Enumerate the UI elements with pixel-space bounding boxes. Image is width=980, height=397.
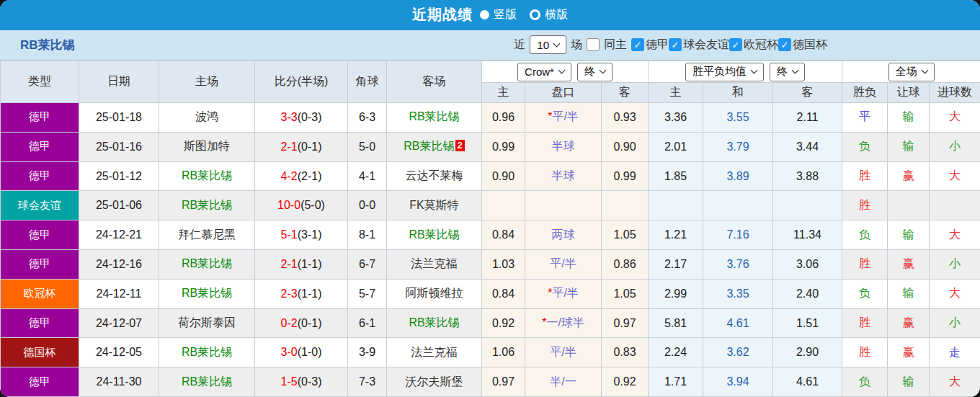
page-title: 近期战绩 (412, 5, 473, 24)
subcol-odds-home: 主 (649, 83, 703, 103)
odds-away-win (773, 191, 842, 220)
odds-away-win: 3.44 (773, 132, 842, 161)
away-team: 沃尔夫斯堡 (387, 367, 482, 397)
odds-home-value: 2.99 (664, 287, 687, 300)
half-time-score: (0-1) (298, 140, 322, 153)
odds-draw: 3.55 (703, 103, 773, 133)
odds-draw: 3.62 (703, 338, 773, 367)
match-date: 24-12-16 (79, 250, 159, 280)
corner-score: 0-0 (348, 191, 387, 220)
league-filters: ✓德甲✓球会友谊✓欧冠杯✓德国杯 (631, 37, 827, 53)
match-date: 24-12-11 (79, 279, 159, 308)
full-match-value: 全场 (896, 65, 917, 79)
competition-label: 德甲 (29, 316, 50, 329)
competition-label: 德甲 (29, 375, 50, 388)
odds-away-value: 2.40 (796, 287, 819, 300)
handicap-line: 半球 (525, 132, 602, 161)
league-checkbox[interactable]: ✓ (631, 38, 644, 51)
handicap-odds-away: 0.90 (602, 132, 649, 161)
radio-vertical-layout[interactable]: 竖版 (480, 7, 517, 22)
corner-score: 5-7 (348, 279, 387, 308)
goals-result-text: 小 (949, 140, 961, 152)
home-team: RB莱比锡 (159, 191, 255, 220)
league-checkbox[interactable]: ✓ (778, 38, 791, 51)
half-time-score: (2-1) (298, 170, 322, 182)
date-text: 24-12-16 (96, 258, 142, 270)
odds-away-win: 2.11 (773, 103, 842, 133)
ah-home-value: 0.84 (492, 287, 514, 300)
odds-away-value: 3.44 (796, 140, 819, 153)
away-team: 法兰克福 (387, 250, 482, 280)
handicap-odds-home: 0.97 (482, 367, 525, 397)
home-team-name: 波鸿 (195, 110, 218, 122)
odds-home-win: 3.36 (649, 103, 703, 133)
radio-vertical-label[interactable]: 竖版 (494, 7, 517, 22)
outcome-text: 胜 (859, 199, 870, 211)
handicap-result-text: 输 (903, 140, 914, 152)
radio-horizontal-label[interactable]: 横版 (545, 7, 568, 22)
odds-draw: 3.79 (703, 132, 773, 161)
same-home-checkbox[interactable] (587, 38, 600, 51)
subcol-odds-away: 客 (773, 83, 842, 103)
away-team-name: RB莱比锡 (404, 140, 454, 152)
result-outcome: 负 (842, 279, 888, 308)
odds-away-value: 2.11 (797, 111, 819, 123)
handicap-odds-away: 0.97 (602, 308, 649, 338)
odds-average-select[interactable]: 胜平负均值 (685, 63, 764, 81)
subcol-handicap-result: 让球 (888, 83, 930, 103)
ah-away-value: 0.90 (613, 140, 636, 153)
bookmaker-select[interactable]: Crow* (517, 63, 571, 81)
match-date: 25-01-16 (79, 132, 159, 161)
odds-draw (703, 191, 773, 220)
score-cell: 2-3(1-1) (255, 279, 348, 308)
ah-away-value: 0.99 (613, 170, 636, 182)
odds-home-value: 1.85 (664, 170, 687, 182)
handicap-text: 半球 (552, 169, 575, 182)
league-checkbox[interactable]: ✓ (669, 38, 682, 51)
match-date: 25-01-12 (79, 161, 159, 191)
odds-home-win: 1.85 (649, 161, 703, 191)
result-outcome: 胜 (842, 161, 888, 191)
chevron-down-icon (921, 67, 928, 74)
handicap-time-value: 终 (584, 65, 595, 79)
home-team-name: RB莱比锡 (182, 257, 232, 269)
full-match-select[interactable]: 全场 (888, 63, 935, 81)
match-count-select[interactable]: 10 (530, 35, 566, 54)
odds-away-value: 3.06 (796, 258, 819, 270)
full-time-score: 1-5 (281, 375, 298, 388)
layout-radio-group: 竖版 横版 (480, 7, 568, 22)
corner-score: 5-0 (348, 132, 387, 161)
match-row: 德甲24-11-30RB莱比锡1-5(0-3)7-3沃尔夫斯堡0.97半/一0.… (1, 367, 980, 397)
date-text: 24-12-07 (96, 317, 142, 329)
odds-time-select[interactable]: 终 (770, 63, 805, 81)
league-checkbox[interactable]: ✓ (729, 38, 742, 51)
handicap-line: *平/半 (525, 279, 602, 308)
away-team-name: FK莫斯特 (409, 199, 458, 211)
subcol-goals: 进球数 (930, 83, 980, 103)
home-team-name: 荷尔斯泰因 (178, 316, 236, 329)
odds-draw-value: 3.89 (726, 170, 749, 182)
ah-home-value: 0.92 (492, 317, 514, 329)
corner-score: 6-7 (348, 250, 387, 280)
handicap-group-header: Crow* 终 (482, 61, 649, 83)
match-date: 24-12-07 (79, 308, 159, 338)
radio-selected-icon[interactable] (480, 10, 489, 19)
odds-home-win: 1.21 (649, 220, 703, 250)
radio-unselected-icon[interactable] (530, 9, 540, 20)
away-team: RB莱比锡2 (387, 132, 482, 161)
handicap-line: 两球 (525, 220, 602, 250)
home-team-name: RB莱比锡 (182, 199, 232, 211)
handicap-text: 两球 (552, 228, 575, 241)
handicap-text: 平/半 (550, 257, 576, 269)
handicap-time-select[interactable]: 终 (577, 63, 612, 81)
competition-badge: 德国杯 (1, 338, 79, 367)
result-handicap: 输 (888, 367, 930, 397)
goals-result-text: 大 (949, 110, 961, 122)
home-team-name: RB莱比锡 (182, 287, 232, 299)
result-goals: 大 (930, 161, 980, 191)
radio-horizontal-layout[interactable]: 横版 (530, 7, 568, 22)
odds-draw: 3.35 (703, 279, 773, 308)
handicap-text: 平/半 (550, 346, 576, 358)
odds-draw: 3.76 (703, 250, 773, 280)
col-corners: 角球 (348, 61, 387, 103)
